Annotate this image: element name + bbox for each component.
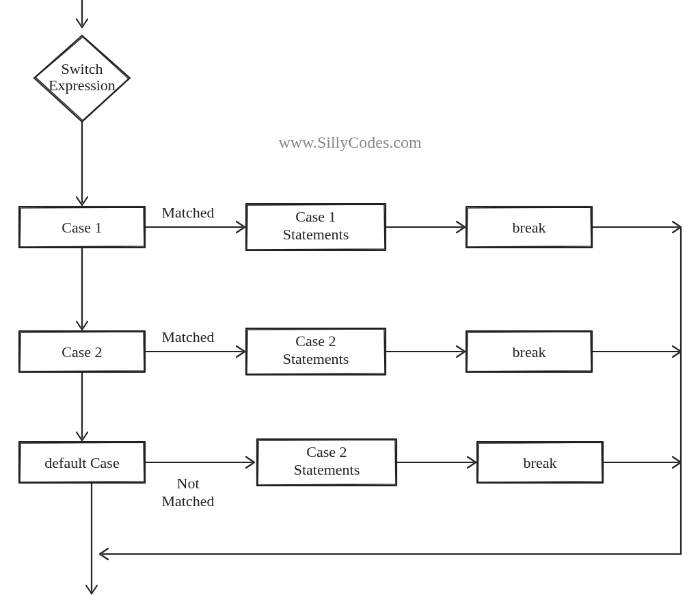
arrow-case1-to-case2 [77,248,88,330]
arrow-break2-to-merge [592,346,681,357]
break2-box: break [466,331,592,372]
arrow-stmts3-to-break3 [396,457,476,468]
default-case-box: default Case [19,442,145,483]
arrow-stmts1-to-break1 [386,222,465,233]
arrow-case2-to-default [77,372,88,440]
arrow-break3-to-merge [603,457,681,468]
arrow-break1-to-merge [592,222,681,233]
default-down-and-exit [86,483,97,594]
case1-label: Case 1 [62,219,102,236]
watermark-text: www.SillyCodes.com [278,133,421,151]
break1-label: break [513,219,546,236]
case2-label: Case 2 [62,343,102,360]
case1-box: Case 1 [19,207,145,248]
entry-arrow [77,0,88,27]
break1-box: break [466,207,592,248]
switch-expression-node: Switch Expression [34,36,130,122]
default-statements-line1: Case 2 [306,443,347,460]
merge-line-right-down-left [100,227,681,559]
default-statements-box: Case 2 Statements [257,439,396,486]
arrow-default-to-stmts: Not Matched [145,457,254,510]
case1-statements-box: Case 1 Statements [246,204,386,250]
default-not-matched-l2: Matched [162,492,215,510]
arrow-stmts2-to-break2 [386,346,465,357]
arrow-case2-to-stmts: Matched [145,328,245,357]
case2-box: Case 2 [19,331,145,372]
case2-statements-box: Case 2 Statements [246,328,386,375]
default-not-matched-l1: Not [177,475,200,492]
default-statements-line2: Statements [294,461,360,478]
switch-expression-text-line2: Expression [49,77,116,94]
break2-label: break [513,343,546,360]
case2-matched-label: Matched [162,328,215,345]
default-case-label: default Case [44,454,119,471]
case1-matched-label: Matched [162,204,215,221]
case2-statements-line2: Statements [283,350,349,367]
arrow-case1-to-stmts: Matched [145,204,245,233]
switch-expression-text-line1: Switch [61,60,103,77]
arrow-switch-to-case1 [77,122,88,205]
break3-label: break [524,454,557,471]
case2-statements-line1: Case 2 [295,332,336,350]
case1-statements-line2: Statements [283,226,349,243]
case1-statements-line1: Case 1 [295,208,336,225]
break3-box: break [477,442,603,483]
